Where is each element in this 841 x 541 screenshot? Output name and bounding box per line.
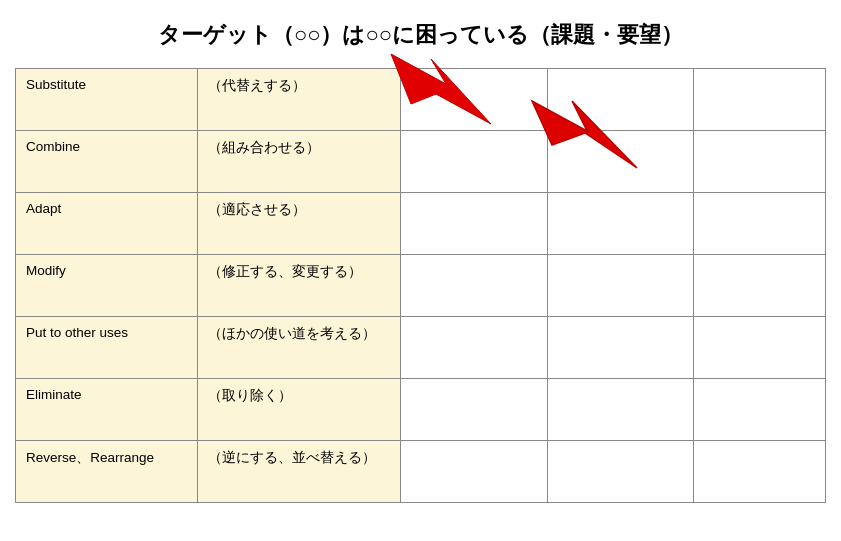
row-empty-3: [694, 317, 826, 379]
table-row: Adapt（適応させる）: [16, 193, 826, 255]
row-empty-1: [400, 69, 547, 131]
row-empty-2: [547, 379, 694, 441]
table-row: Combine（組み合わせる）: [16, 131, 826, 193]
row-label: Substitute: [16, 69, 198, 131]
row-empty-2: [547, 255, 694, 317]
row-jp: （ほかの使い道を考える）: [198, 317, 401, 379]
row-label: Modify: [16, 255, 198, 317]
page-title: ターゲット（○○）は○○に困っている（課題・要望）: [158, 20, 683, 50]
row-empty-2: [547, 193, 694, 255]
row-empty-1: [400, 317, 547, 379]
row-jp: （取り除く）: [198, 379, 401, 441]
row-empty-1: [400, 131, 547, 193]
row-empty-2: [547, 131, 694, 193]
row-empty-3: [694, 255, 826, 317]
table-row: Put to other uses（ほかの使い道を考える）: [16, 317, 826, 379]
row-empty-2: [547, 69, 694, 131]
row-empty-3: [694, 193, 826, 255]
row-empty-3: [694, 441, 826, 503]
row-empty-1: [400, 441, 547, 503]
row-empty-2: [547, 317, 694, 379]
row-jp: （修正する、変更する）: [198, 255, 401, 317]
scamper-table: Substitute（代替えする）Combine（組み合わせる）Adapt（適応…: [15, 68, 826, 503]
table-row: Substitute（代替えする）: [16, 69, 826, 131]
row-empty-3: [694, 131, 826, 193]
table-row: Modify（修正する、変更する）: [16, 255, 826, 317]
row-jp: （適応させる）: [198, 193, 401, 255]
table-row: Eliminate（取り除く）: [16, 379, 826, 441]
row-label: Reverse、Rearrange: [16, 441, 198, 503]
row-jp: （組み合わせる）: [198, 131, 401, 193]
row-label: Adapt: [16, 193, 198, 255]
row-jp: （逆にする、並べ替える）: [198, 441, 401, 503]
row-label: Put to other uses: [16, 317, 198, 379]
row-empty-1: [400, 379, 547, 441]
table-row: Reverse、Rearrange（逆にする、並べ替える）: [16, 441, 826, 503]
row-empty-2: [547, 441, 694, 503]
row-empty-1: [400, 255, 547, 317]
row-jp: （代替えする）: [198, 69, 401, 131]
row-empty-1: [400, 193, 547, 255]
row-empty-3: [694, 69, 826, 131]
svg-marker-0: [391, 54, 491, 124]
row-empty-3: [694, 379, 826, 441]
row-label: Eliminate: [16, 379, 198, 441]
row-label: Combine: [16, 131, 198, 193]
